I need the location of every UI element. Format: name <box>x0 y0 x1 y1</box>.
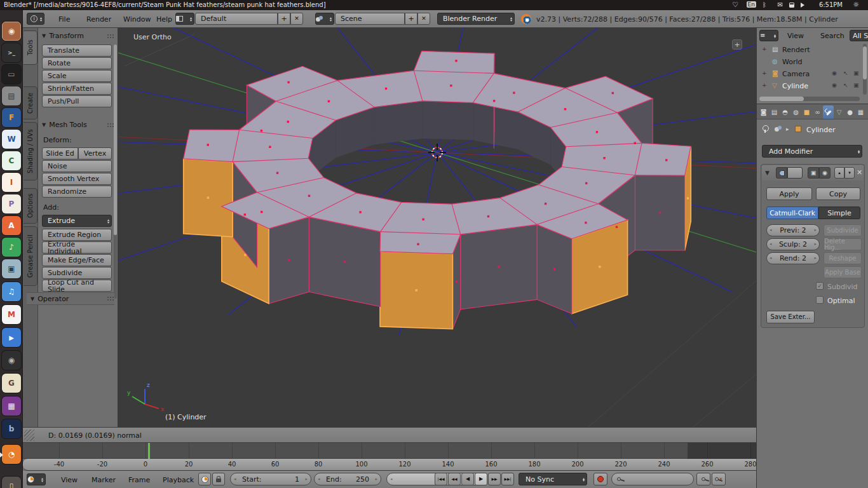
visibility-eye-icon[interactable]: ◉ <box>832 70 837 76</box>
tab-modifiers[interactable] <box>823 105 834 119</box>
breadcrumb-object-name[interactable]: Cylinder <box>806 126 836 134</box>
decrement-arrow[interactable]: ◂ <box>390 477 393 482</box>
timeline-menu-view[interactable]: View <box>61 476 78 484</box>
apply-modifier-button[interactable]: Apply <box>766 187 812 200</box>
outliner-editor-type-button[interactable]: ≡▴▾ <box>759 30 778 41</box>
tab-shading-uvs[interactable]: Shading / UVs <box>24 122 37 180</box>
tab-render-layers[interactable]: ▤ <box>769 105 780 119</box>
launcher-webcam-app[interactable]: ◉ <box>2 351 21 370</box>
mesh-tools-panel-header[interactable]: ▼Mesh Tools <box>42 121 114 129</box>
next-keyframe-button[interactable]: ▶▶ <box>488 473 501 485</box>
modifier-name-field[interactable] <box>787 167 803 179</box>
timeline-menu-frame[interactable]: Frame <box>128 476 150 484</box>
increment-arrow[interactable]: ▸ <box>375 477 377 482</box>
render-engine-select[interactable]: Blender Render▴▾ <box>437 13 515 25</box>
timeline-editor-type-button[interactable]: ▴▾ <box>27 473 46 485</box>
render-visibility-toggle[interactable]: ▣ <box>808 167 819 179</box>
viewport-3d[interactable]: User Ortho + z y x (1) Cylinder <box>118 28 756 427</box>
outliner-row-camera[interactable]: + ◙ Camera ◉ ↖ ▣ <box>757 68 864 80</box>
outliner-item-label[interactable]: World <box>782 58 803 66</box>
start-frame-field[interactable]: ◂ Start: 1 ▸ <box>230 473 311 485</box>
launcher-writer[interactable]: W <box>2 130 21 149</box>
translate-button[interactable]: Translate <box>42 44 112 57</box>
timeline-band[interactable] <box>23 443 756 459</box>
tab-constraints[interactable]: ∞ <box>812 105 823 119</box>
launcher-gmail[interactable]: M <box>2 305 21 324</box>
tab-material[interactable]: ● <box>844 105 855 119</box>
render-subdivisions-field[interactable]: ◂Rend: 2▸ <box>766 252 820 264</box>
prev-keyframe-button[interactable]: ◀◀ <box>448 473 461 485</box>
catmull-clark-option[interactable]: Catmull-Clark <box>766 207 818 219</box>
launcher-disk-utility[interactable]: ▣ <box>2 259 21 278</box>
menu-render[interactable]: Render <box>86 15 111 24</box>
sync-mode-select[interactable]: No Sync▴▾ <box>519 473 587 485</box>
play-button[interactable]: ▶ <box>475 473 487 485</box>
rotate-button[interactable]: Rotate <box>42 57 112 69</box>
decrement-arrow[interactable]: ◂ <box>318 477 320 482</box>
info-editor-type-button[interactable]: i ▴▾ <box>27 13 44 25</box>
object-cube-icon[interactable] <box>795 126 801 132</box>
timeline-ruler[interactable]: -40 -20 0 20 40 60 80 100 120 140 160 18… <box>23 459 756 471</box>
delete-keyframe-button[interactable]: ✕ <box>712 473 726 485</box>
selectability-pointer-icon[interactable]: ↖ <box>843 82 848 88</box>
outliner-v-scrollbar[interactable] <box>863 44 867 95</box>
outliner-menu-view[interactable]: View <box>787 32 804 40</box>
apply-base-disabled-button[interactable]: Apply Base <box>824 266 862 278</box>
launcher-video-editor[interactable]: ▦ <box>2 396 21 416</box>
operator-panel-header[interactable]: ▼Operator <box>27 292 114 305</box>
subdivide-uvs-checkbox[interactable]: ✓ Subdivid <box>816 281 862 292</box>
volume-icon[interactable] <box>801 3 807 8</box>
panel-drag-handle[interactable] <box>107 296 114 301</box>
record-button[interactable] <box>593 473 607 485</box>
transform-panel-header[interactable]: ▼Transform <box>42 32 114 40</box>
tab-texture[interactable]: ▦ <box>855 105 866 119</box>
vertex-slide-button[interactable]: Vertex <box>78 147 112 159</box>
outliner-row-renderlayers[interactable]: + ▤ Rendert <box>757 44 864 56</box>
loop-cut-slide-button[interactable]: Loop Cut and Slide <box>42 280 112 292</box>
tool-shelf-scrollbar[interactable] <box>114 44 117 299</box>
push-pull-button[interactable]: Push/Pull <box>42 95 112 107</box>
timeline-menu-marker[interactable]: Marker <box>92 476 116 484</box>
reshape-disabled-button[interactable]: Reshape <box>824 252 862 264</box>
session-gear-icon[interactable]: ☼ <box>853 1 859 9</box>
shrink-fatten-button[interactable]: Shrink/Fatten <box>42 83 112 95</box>
add-modifier-select[interactable]: Add Modifier▴▾ <box>762 145 862 158</box>
launcher-media-player[interactable]: ▶ <box>2 328 21 347</box>
delete-higher-disabled-button[interactable]: Delete Hig... <box>824 238 862 250</box>
outliner-display-filter[interactable]: All S <box>850 30 868 41</box>
region-expand-button[interactable]: + <box>732 39 742 50</box>
scene-delete-button[interactable]: ✕ <box>417 13 430 25</box>
screen-layout-add-button[interactable]: + <box>278 13 290 25</box>
outliner-item-label[interactable]: Camera <box>782 70 810 78</box>
panel-drag-handle[interactable] <box>107 34 114 39</box>
launcher-trash[interactable]: ▯ <box>2 477 21 488</box>
launcher-files[interactable]: ▭ <box>2 65 21 84</box>
jump-start-button[interactable]: |◀◀ <box>435 473 447 485</box>
end-frame-field[interactable]: ◂ End: 250 ▸ <box>314 473 381 485</box>
mail-icon[interactable]: ✉ <box>778 1 783 8</box>
extrude-individual-button[interactable]: Extrude Individual <box>42 241 112 254</box>
delete-modifier-icon[interactable]: ✕ <box>857 168 862 177</box>
launcher-firefox[interactable]: F <box>2 108 21 127</box>
decrement-arrow[interactable]: ◂ <box>234 477 236 482</box>
scale-button[interactable]: Scale <box>42 70 112 82</box>
launcher-software-center[interactable]: A <box>2 216 21 235</box>
corner-grip[interactable] <box>24 430 34 441</box>
menu-file[interactable]: File <box>58 15 70 24</box>
expand-icon[interactable]: + <box>762 46 767 52</box>
tab-render[interactable]: ◙ <box>758 105 769 119</box>
extrude-select[interactable]: Extrude▴▾ <box>42 215 112 227</box>
smooth-vertex-button[interactable]: Smooth Vertex <box>42 173 112 185</box>
render-camera-icon[interactable]: ▣ <box>853 70 859 76</box>
tab-options[interactable]: Options <box>24 188 37 224</box>
outliner-item-label[interactable]: Cylinde <box>782 82 808 90</box>
screen-layout-delete-button[interactable]: ✕ <box>290 13 303 25</box>
selectability-pointer-icon[interactable]: ↖ <box>843 70 848 76</box>
preview-range-toggle[interactable] <box>198 473 211 485</box>
subdivide-disabled-button[interactable]: Subdivide <box>824 224 862 236</box>
expand-icon[interactable]: + <box>762 82 767 88</box>
launcher-dash-home[interactable]: ◉ <box>2 22 21 41</box>
launcher-calc[interactable]: C <box>2 151 21 170</box>
save-external-button[interactable]: Save Exter... <box>766 311 815 323</box>
scene-add-button[interactable]: + <box>405 13 417 25</box>
